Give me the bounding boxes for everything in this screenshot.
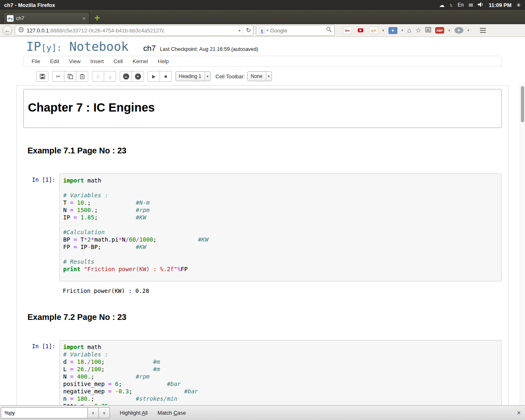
menu-hamburger-icon[interactable] <box>480 28 486 33</box>
cut-cell-button[interactable]: ✂ <box>52 71 64 82</box>
search-icon[interactable] <box>326 27 332 34</box>
tab-title: ch7 <box>16 16 80 21</box>
example-7-2-heading[interactable]: Example 7.2 Page No : 23 <box>27 313 502 322</box>
extension-8m-icon[interactable]: 8m <box>343 27 352 34</box>
run-cell-button[interactable]: ▶ <box>148 71 160 82</box>
scrollbar[interactable] <box>520 84 525 405</box>
code-editor[interactable]: import math# Variables :d = 18./100; #mL… <box>59 340 502 405</box>
browser-tab-ch7[interactable]: IPy ch7 × <box>3 12 89 24</box>
code-token <box>80 266 84 272</box>
addon-dropdown-icon[interactable]: ▾ <box>468 28 470 32</box>
code-token: ; <box>119 381 167 387</box>
move-cell-up-button[interactable]: ↑ <box>92 71 104 82</box>
stop-icon: ■ <box>164 74 167 79</box>
move-cell-down-button[interactable]: ↓ <box>104 71 116 82</box>
menu-cell[interactable]: Cell <box>109 58 128 64</box>
toolbar-group: ✂ <box>52 71 88 82</box>
tab-close-icon[interactable]: × <box>82 15 86 22</box>
code-token: #rpm <box>136 207 150 213</box>
addon-icon[interactable]: ✦ <box>454 27 463 34</box>
play-icon: ▶ <box>152 74 155 79</box>
menu-help[interactable]: Help <box>153 58 174 64</box>
notebook-title[interactable]: ch7 <box>143 44 156 53</box>
url-bar[interactable]: 127.0.0.1:8888/c5e33712-0c26-4754-b41b-b… <box>15 25 253 36</box>
code-token: import <box>63 177 84 184</box>
code-token: IP <box>77 244 87 250</box>
extension-icon[interactable]: ✦ <box>388 27 397 34</box>
find-close-icon[interactable]: × <box>517 409 521 416</box>
find-input[interactable] <box>1 407 88 418</box>
bookmarks-menu-icon[interactable] <box>425 27 431 34</box>
reload-icon[interactable]: ↻ <box>243 27 251 34</box>
code-line: import math <box>63 177 498 184</box>
select-caret-icon: ▾ <box>266 72 272 81</box>
code-token: #Calculation <box>63 229 105 235</box>
match-case-button[interactable]: Match Case <box>158 410 186 416</box>
search-engine-dropdown-icon[interactable]: ▾ <box>267 28 269 32</box>
window-title: ch7 - Mozilla Firefox <box>4 2 55 8</box>
code-cell-1: In [1]: import math# Variables :T = 10.;… <box>23 173 502 281</box>
insert-cell-below-button[interactable]: ▼ <box>132 71 144 82</box>
code-token: T <box>63 199 70 206</box>
cell-type-value: Heading 1 <box>179 73 201 79</box>
mail-icon[interactable]: ✉ <box>469 2 473 8</box>
extension-dropdown-icon[interactable]: ▾ <box>382 28 384 32</box>
code-token: math.pi <box>94 236 119 243</box>
menu-file[interactable]: File <box>27 58 45 64</box>
cell-toolbar-select[interactable]: None ▾ <box>247 71 272 81</box>
code-editor[interactable]: import math# Variables :T = 10.; #N-mN =… <box>59 173 502 281</box>
volume-icon[interactable] <box>478 2 484 8</box>
bookmark-star-icon[interactable]: ☆ <box>415 27 421 34</box>
code-token: / <box>126 236 129 243</box>
menu-view[interactable]: View <box>64 58 85 64</box>
extension-dropdown-icon[interactable]: ▾ <box>402 28 404 32</box>
ipython-logo[interactable]: IP[y]: Notebook <box>26 39 128 56</box>
adblock-plus-icon[interactable]: ABP <box>435 27 444 34</box>
url-domain: 127.0.0.1 <box>27 27 49 34</box>
menu-kernel[interactable]: Kernel <box>128 58 153 64</box>
code-token: 6 <box>115 381 118 387</box>
code-token: print <box>63 266 80 272</box>
back-button[interactable]: ← <box>2 25 12 35</box>
code-token: #KW <box>198 236 208 243</box>
network-sync-icon[interactable]: ↑↓ <box>450 3 453 7</box>
youtube-icon[interactable] <box>356 27 365 34</box>
code-line: IP = 1.85; #KW <box>63 214 498 221</box>
home-icon[interactable]: ⌂ <box>407 27 411 34</box>
keyboard-layout-indicator[interactable]: En <box>458 2 464 7</box>
find-toolbar: ∧ ∨ Highlight All Match Case × <box>0 405 525 420</box>
google-engine-icon[interactable]: g <box>259 27 265 34</box>
code-token <box>77 214 80 221</box>
cell-type-select[interactable]: Heading 1 ▾ <box>176 71 210 81</box>
code-token: FP <box>63 244 73 250</box>
code-token: = <box>73 214 77 221</box>
new-tab-button[interactable]: + <box>94 14 100 23</box>
copy-cell-button[interactable] <box>64 71 76 82</box>
menu-insert[interactable]: Insert <box>85 58 109 64</box>
code-line: import math <box>63 343 498 351</box>
find-next-button[interactable]: ∨ <box>98 407 110 418</box>
cell-output: Friction power(KW) : 0.28 <box>23 281 502 294</box>
insert-cell-above-button[interactable]: ▲ <box>120 71 132 82</box>
extension-qj-icon[interactable]: QJ! <box>369 27 378 34</box>
interrupt-kernel-button[interactable]: ■ <box>160 71 172 82</box>
find-previous-button[interactable]: ∧ <box>87 407 99 418</box>
highlight-all-button[interactable]: Highlight All <box>120 410 148 416</box>
heading-cell-selected[interactable]: Chapter 7 : IC Engines <box>23 89 502 128</box>
code-token: #m <box>153 358 160 365</box>
cloud-icon[interactable]: ☁ <box>439 2 445 8</box>
session-gear-icon[interactable]: ✳ <box>516 2 521 8</box>
scrollbar-thumb[interactable] <box>521 86 524 122</box>
chevron-down-icon: ∨ <box>103 411 105 415</box>
site-identity-globe-icon[interactable] <box>18 27 24 34</box>
system-indicators: ☁ ↑↓ En ✉ 11:09 PM ✳ <box>439 2 521 8</box>
save-button[interactable] <box>36 71 48 82</box>
clock[interactable]: 11:09 PM <box>488 2 511 8</box>
menu-edit[interactable]: Edit <box>45 58 64 64</box>
paste-cell-button[interactable] <box>76 71 88 82</box>
code-token: = <box>108 381 112 387</box>
search-bar[interactable]: g ▾ Google <box>256 25 335 36</box>
example-7-1-heading[interactable]: Example 7.1 Page No : 23 <box>27 146 502 155</box>
adblock-dropdown-icon[interactable]: ▾ <box>448 28 450 32</box>
url-history-dropdown-icon[interactable]: ▾ <box>238 28 240 33</box>
